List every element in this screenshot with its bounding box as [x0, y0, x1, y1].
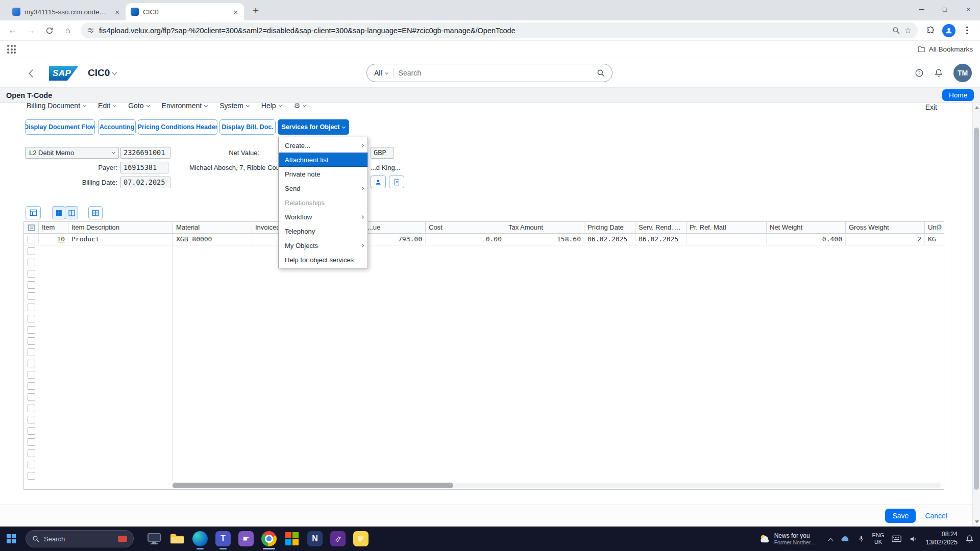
pricing-conditions-header-button[interactable]: Pricing Conditions Header: [138, 119, 217, 135]
save-button[interactable]: Save: [885, 509, 916, 523]
tray-expand-icon[interactable]: [826, 534, 832, 543]
app-title[interactable]: CIC0: [88, 67, 116, 79]
hscroll-track[interactable]: [173, 483, 941, 488]
column-settings-gear-icon[interactable]: ⚙: [936, 223, 942, 231]
new-tab-button[interactable]: +: [248, 3, 263, 18]
browser-tab-cic0[interactable]: CIC0 ×: [126, 3, 244, 20]
row-select-checkbox[interactable]: [28, 236, 35, 243]
site-info-icon[interactable]: [87, 27, 94, 34]
select-all-icon[interactable]: [24, 222, 38, 233]
reload-icon[interactable]: [41, 22, 58, 39]
microsoft-app-icon[interactable]: [283, 527, 301, 551]
payer-number-field[interactable]: 16915381: [120, 162, 168, 173]
menu-item-workflow[interactable]: Workflow: [279, 210, 368, 224]
col-material[interactable]: Material: [173, 222, 252, 233]
start-button[interactable]: [0, 527, 22, 551]
menu-edit[interactable]: Edit: [98, 103, 116, 110]
home-icon[interactable]: ⌂: [59, 22, 77, 39]
menu-environment[interactable]: Environment: [162, 103, 208, 110]
teams-new-icon[interactable]: [237, 527, 255, 551]
apps-grid-icon[interactable]: [7, 45, 16, 54]
onenote-icon[interactable]: N: [306, 527, 324, 551]
col-gross-weight[interactable]: Gross Weight: [845, 222, 924, 233]
row-select-checkbox[interactable]: [28, 348, 35, 356]
document-number-field[interactable]: 2326691001: [120, 147, 170, 159]
col-item-description[interactable]: Item Description: [68, 222, 173, 233]
window-maximize-button[interactable]: □: [933, 0, 957, 18]
view-grid-button-2[interactable]: [65, 206, 78, 219]
row-select-checkbox[interactable]: [28, 315, 35, 322]
menu-goto[interactable]: Goto: [128, 103, 149, 110]
all-bookmarks-button[interactable]: All Bookmarks: [918, 45, 973, 53]
hscroll-thumb[interactable]: [173, 483, 453, 488]
row-select-checkbox[interactable]: [28, 416, 35, 423]
col-pr-ref-matl[interactable]: Pr. Ref. Matl: [686, 222, 766, 233]
menu-item-create[interactable]: Create...: [279, 138, 368, 153]
window-minimize-button[interactable]: [910, 0, 933, 18]
page-vertical-scrollbar[interactable]: [972, 103, 980, 527]
sticky-notes-icon[interactable]: [352, 527, 370, 551]
language-indicator[interactable]: ENG UK: [872, 532, 885, 545]
services-for-object-button[interactable]: Services for Object: [278, 119, 349, 135]
tab-close-icon[interactable]: ×: [114, 8, 120, 16]
remote-desktop-app[interactable]: [145, 527, 163, 551]
billing-date-field[interactable]: 07.02.2025: [120, 177, 170, 188]
menu-exit[interactable]: Exit: [925, 103, 937, 111]
shell-search[interactable]: All: [366, 64, 612, 82]
vscroll-thumb[interactable]: [974, 128, 979, 490]
row-select-checkbox[interactable]: [28, 427, 35, 435]
volume-icon[interactable]: [909, 535, 918, 543]
forward-icon[interactable]: →: [22, 22, 40, 39]
notification-center-icon[interactable]: [965, 535, 974, 543]
home-button[interactable]: Home: [942, 89, 974, 101]
cancel-button[interactable]: Cancel: [925, 512, 947, 520]
zoom-icon[interactable]: [892, 27, 900, 34]
onedrive-icon[interactable]: [840, 535, 850, 542]
scroll-up-icon[interactable]: [975, 106, 979, 109]
row-select-checkbox[interactable]: [28, 382, 35, 390]
row-select-checkbox[interactable]: [28, 326, 35, 334]
contact-person-button[interactable]: [371, 176, 386, 188]
row-select-checkbox[interactable]: [28, 337, 35, 345]
menu-item-my-objects[interactable]: My Objects: [279, 238, 368, 253]
row-select-checkbox[interactable]: [28, 247, 35, 255]
teams-icon[interactable]: T: [214, 527, 232, 551]
browser-profile-icon[interactable]: [940, 22, 958, 39]
accounting-button[interactable]: Accounting: [98, 119, 136, 135]
chrome-icon[interactable]: [260, 527, 278, 551]
address-bar[interactable]: fis4pload.velux.org/flp?sap-%20client=30…: [81, 22, 918, 38]
row-select-checkbox[interactable]: [28, 449, 35, 457]
edge-icon[interactable]: [191, 527, 209, 551]
menu-help[interactable]: Help: [261, 103, 282, 110]
row-select-checkbox[interactable]: [28, 259, 35, 266]
help-icon[interactable]: ?: [915, 68, 924, 78]
menu-item-help-object-services[interactable]: Help for object services: [279, 253, 368, 267]
row-select-checkbox[interactable]: [28, 292, 35, 300]
menu-item-send[interactable]: Send: [279, 181, 368, 195]
table-horizontal-scrollbar[interactable]: [24, 482, 944, 489]
extensions-icon[interactable]: [922, 22, 939, 39]
col-tax-amount[interactable]: Tax Amount: [505, 222, 584, 233]
menu-item-attachment-list[interactable]: Attachment list: [279, 153, 368, 167]
row-select-checkbox[interactable]: [28, 304, 35, 311]
menu-billing-document[interactable]: Billing Document: [27, 103, 86, 110]
file-explorer-icon[interactable]: [168, 527, 186, 551]
shell-search-input[interactable]: [399, 69, 592, 77]
menu-item-telephony[interactable]: Telephony: [279, 224, 368, 238]
row-select-checkbox[interactable]: [28, 371, 35, 379]
scroll-down-icon[interactable]: [975, 520, 979, 523]
menu-item-private-note[interactable]: Private note: [279, 167, 368, 181]
spreadsheet-view-button[interactable]: [88, 206, 103, 219]
table-details-button[interactable]: [26, 206, 41, 219]
document-info-button[interactable]: [389, 176, 404, 188]
tab-close-icon[interactable]: ×: [232, 8, 239, 16]
notifications-bell-icon[interactable]: [934, 68, 943, 78]
window-close-button[interactable]: ×: [957, 0, 980, 18]
row-select-checkbox[interactable]: [28, 281, 35, 289]
table-row[interactable]: 10 Product XGB 80000 793.00 0.00 158.60 …: [24, 234, 944, 245]
taskbar-search[interactable]: Search: [26, 530, 134, 547]
back-icon[interactable]: ←: [4, 22, 21, 39]
search-scope-selector[interactable]: All: [374, 69, 388, 77]
view-grid-button-1[interactable]: [52, 206, 65, 219]
row-select-checkbox[interactable]: [28, 360, 35, 367]
